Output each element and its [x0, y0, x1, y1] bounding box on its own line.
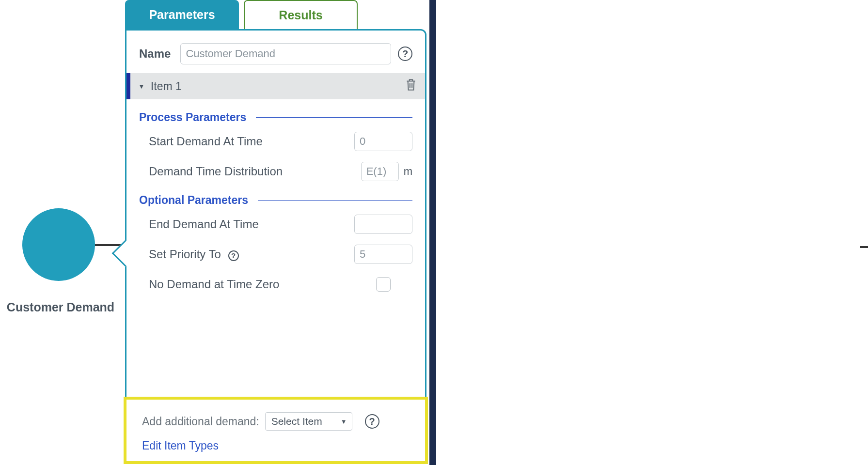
no-demand-zero-checkbox[interactable] — [376, 277, 391, 292]
block-caption-customer-demand: Customer Demand — [0, 300, 121, 314]
footer-highlight-area: Add additional demand: Select Item ? Edi… — [124, 397, 428, 464]
section-process-parameters: Process Parameters — [139, 111, 246, 124]
set-priority-label: Set Priority To ? — [149, 248, 354, 261]
name-input[interactable] — [180, 43, 391, 64]
demand-dist-input[interactable] — [361, 162, 399, 181]
vertical-divider — [429, 0, 436, 465]
edit-item-types-link[interactable]: Edit Item Types — [142, 439, 410, 452]
help-icon[interactable]: ? — [365, 414, 379, 429]
end-demand-input[interactable] — [354, 215, 412, 234]
end-demand-label: End Demand At Time — [149, 217, 354, 231]
add-demand-select[interactable]: Select Item — [265, 412, 352, 431]
help-icon[interactable]: ? — [228, 250, 239, 261]
name-label: Name — [139, 47, 171, 61]
no-demand-zero-label: No Demand at Time Zero — [149, 278, 354, 291]
item-header-row[interactable]: ▼ Item 1 — [126, 73, 425, 99]
start-demand-input[interactable] — [354, 132, 412, 151]
section-optional-parameters: Optional Parameters — [139, 194, 248, 207]
trash-icon[interactable] — [405, 78, 417, 95]
demand-dist-label: Demand Time Distribution — [149, 165, 361, 178]
demand-dist-unit: m — [404, 165, 412, 178]
help-icon[interactable]: ? — [398, 46, 412, 61]
panel-customer-demand: Name ? ▼ Item 1 Process Parameters Start… — [125, 29, 426, 463]
add-demand-label: Add additional demand: — [142, 415, 259, 428]
tab-parameters[interactable]: Parameters — [125, 0, 239, 29]
tab-bar-left: Parameters Results — [125, 0, 358, 29]
start-demand-label: Start Demand At Time — [149, 135, 354, 148]
set-priority-input[interactable] — [354, 245, 412, 264]
customer-demand-node-icon[interactable] — [22, 208, 95, 281]
tab-results[interactable]: Results — [244, 0, 358, 29]
caret-down-icon: ▼ — [138, 82, 145, 90]
connector-line-right — [860, 246, 868, 248]
section-divider — [258, 200, 412, 201]
item-header-label: Item 1 — [151, 80, 182, 93]
section-divider — [256, 117, 412, 118]
connector-line-left — [95, 244, 122, 246]
